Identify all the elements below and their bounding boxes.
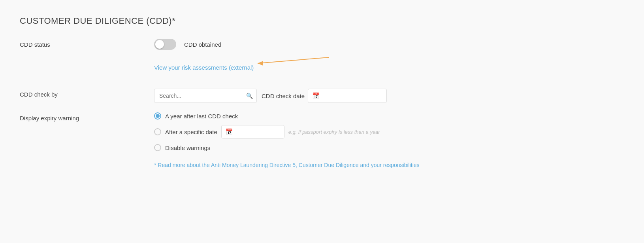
cdd-status-row: CDD status CDD obtained View your risk a…	[20, 39, 624, 79]
display-expiry-content: A year after last CDD check After a spec…	[154, 112, 624, 151]
svg-marker-1	[258, 61, 263, 66]
calendar-icon-small: 📅	[226, 128, 235, 135]
specific-date-input[interactable]: 📅	[221, 125, 284, 139]
search-input[interactable]	[154, 89, 257, 103]
calendar-icon: 📅	[312, 92, 321, 99]
cdd-status-toggle[interactable]	[154, 39, 176, 50]
expiry-option-2-label: After a specific date	[165, 129, 217, 135]
cdd-status-label: CDD status	[20, 39, 154, 48]
cdd-check-date-wrapper: CDD check date 📅	[262, 89, 387, 103]
expiry-option-1: A year after last CDD check	[154, 112, 380, 120]
read-more-container: * Read more about the Anti Money Launder…	[154, 161, 624, 169]
cdd-check-date-input[interactable]: 📅	[308, 89, 387, 103]
radio-button-3[interactable]	[154, 144, 161, 151]
display-expiry-label: Display expiry warning	[20, 112, 154, 122]
cdd-check-by-row: CDD check by 🔍 CDD check date 📅	[20, 89, 624, 103]
expiry-option-3-label: Disable warnings	[165, 144, 210, 151]
expiry-option-3: Disable warnings	[154, 144, 380, 151]
expiry-hint: e.g. if passport expiry is less than a y…	[288, 129, 380, 135]
read-more-link[interactable]: * Read more about the Anti Money Launder…	[154, 161, 478, 169]
cdd-status-content: CDD obtained View your risk assessments …	[154, 39, 624, 79]
page-title: CUSTOMER DUE DILIGENCE (CDD)*	[20, 16, 624, 26]
search-wrapper: 🔍	[154, 89, 257, 103]
cdd-check-date-label: CDD check date	[262, 93, 305, 99]
cdd-check-by-label: CDD check by	[20, 89, 154, 98]
radio-button-1[interactable]	[154, 112, 161, 120]
expiry-radio-group: A year after last CDD check After a spec…	[154, 112, 380, 151]
cdd-status-toggle-label: CDD obtained	[184, 41, 221, 48]
cdd-check-by-content: 🔍 CDD check date 📅	[154, 89, 624, 103]
expiry-option-1-label: A year after last CDD check	[165, 113, 238, 120]
svg-line-0	[258, 57, 329, 63]
radio-button-2[interactable]	[154, 128, 161, 135]
expiry-option-2: After a specific date 📅 e.g. if passport…	[154, 125, 380, 139]
arrow-annotation	[258, 55, 345, 79]
risk-assessments-link[interactable]: View your risk assessments (external)	[154, 64, 254, 71]
display-expiry-row: Display expiry warning A year after last…	[20, 112, 624, 151]
